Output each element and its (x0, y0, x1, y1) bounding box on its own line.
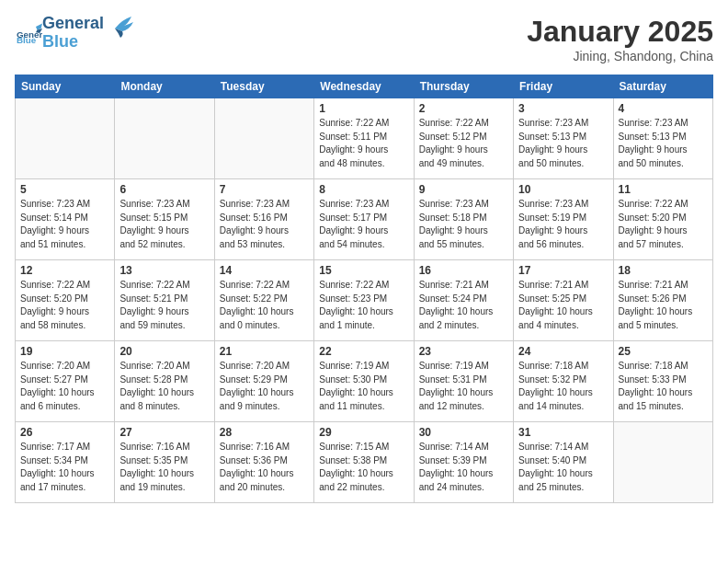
day-info: Sunrise: 7:17 AM Sunset: 5:34 PM Dayligh… (20, 441, 109, 494)
title-block: January 2025 Jining, Shandong, China (527, 15, 713, 63)
day-info: Sunrise: 7:22 AM Sunset: 5:22 PM Dayligh… (220, 279, 309, 332)
calendar-cell: 18Sunrise: 7:21 AM Sunset: 5:26 PM Dayli… (613, 260, 712, 341)
day-info: Sunrise: 7:22 AM Sunset: 5:20 PM Dayligh… (20, 279, 109, 332)
day-number: 20 (119, 345, 209, 358)
logo-icon: General Blue (17, 23, 42, 43)
calendar-cell: 20Sunrise: 7:20 AM Sunset: 5:28 PM Dayli… (115, 341, 214, 422)
logo: General Blue General Blue (15, 15, 133, 52)
day-info: Sunrise: 7:14 AM Sunset: 5:39 PM Dayligh… (419, 441, 508, 494)
calendar-cell: 24Sunrise: 7:18 AM Sunset: 5:32 PM Dayli… (514, 341, 613, 422)
day-number: 27 (119, 426, 209, 439)
calendar-week-2: 5Sunrise: 7:23 AM Sunset: 5:14 PM Daylig… (16, 179, 713, 260)
day-number: 30 (419, 426, 508, 439)
calendar-cell: 3Sunrise: 7:23 AM Sunset: 5:13 PM Daylig… (514, 98, 613, 179)
calendar-cell (613, 422, 712, 503)
weekday-header-monday: Monday (115, 75, 214, 98)
day-info: Sunrise: 7:18 AM Sunset: 5:33 PM Dayligh… (619, 360, 708, 413)
weekday-header-tuesday: Tuesday (214, 75, 313, 98)
day-number: 17 (518, 264, 608, 277)
calendar-cell (115, 98, 214, 179)
page-header: General Blue General Blue January 2025 J… (15, 15, 713, 63)
calendar-cell: 11Sunrise: 7:22 AM Sunset: 5:20 PM Dayli… (613, 179, 712, 260)
day-info: Sunrise: 7:23 AM Sunset: 5:16 PM Dayligh… (220, 198, 309, 251)
day-info: Sunrise: 7:16 AM Sunset: 5:35 PM Dayligh… (119, 441, 209, 494)
day-number: 4 (619, 102, 708, 115)
calendar-cell: 14Sunrise: 7:22 AM Sunset: 5:22 PM Dayli… (214, 260, 313, 341)
logo-blue: Blue (42, 33, 104, 52)
calendar-cell: 6Sunrise: 7:23 AM Sunset: 5:15 PM Daylig… (115, 179, 214, 260)
day-info: Sunrise: 7:22 AM Sunset: 5:11 PM Dayligh… (319, 117, 408, 170)
calendar-cell: 19Sunrise: 7:20 AM Sunset: 5:27 PM Dayli… (16, 341, 115, 422)
day-number: 24 (518, 345, 608, 358)
day-number: 13 (119, 264, 209, 277)
calendar-cell (16, 98, 115, 179)
day-number: 18 (619, 264, 708, 277)
day-number: 25 (619, 345, 708, 358)
calendar-cell: 25Sunrise: 7:18 AM Sunset: 5:33 PM Dayli… (613, 341, 712, 422)
day-info: Sunrise: 7:23 AM Sunset: 5:18 PM Dayligh… (419, 198, 508, 251)
day-info: Sunrise: 7:21 AM Sunset: 5:25 PM Dayligh… (518, 279, 608, 332)
day-number: 2 (419, 102, 508, 115)
day-info: Sunrise: 7:20 AM Sunset: 5:29 PM Dayligh… (220, 360, 309, 413)
day-info: Sunrise: 7:22 AM Sunset: 5:23 PM Dayligh… (319, 279, 408, 332)
day-info: Sunrise: 7:20 AM Sunset: 5:27 PM Dayligh… (20, 360, 109, 413)
day-number: 15 (319, 264, 408, 277)
calendar-week-5: 26Sunrise: 7:17 AM Sunset: 5:34 PM Dayli… (16, 422, 713, 503)
calendar-cell: 28Sunrise: 7:16 AM Sunset: 5:36 PM Dayli… (214, 422, 313, 503)
weekday-header-friday: Friday (514, 75, 613, 98)
calendar-cell: 29Sunrise: 7:15 AM Sunset: 5:38 PM Dayli… (314, 422, 414, 503)
day-number: 1 (319, 102, 408, 115)
day-info: Sunrise: 7:23 AM Sunset: 5:13 PM Dayligh… (518, 117, 608, 170)
svg-text:Blue: Blue (17, 34, 37, 43)
day-number: 10 (518, 183, 608, 196)
day-number: 21 (220, 345, 309, 358)
day-number: 22 (319, 345, 408, 358)
calendar-cell: 4Sunrise: 7:23 AM Sunset: 5:13 PM Daylig… (613, 98, 712, 179)
day-number: 9 (419, 183, 508, 196)
day-number: 29 (319, 426, 408, 439)
calendar-cell: 9Sunrise: 7:23 AM Sunset: 5:18 PM Daylig… (414, 179, 513, 260)
weekday-header-wednesday: Wednesday (314, 75, 414, 98)
day-info: Sunrise: 7:23 AM Sunset: 5:14 PM Dayligh… (20, 198, 109, 251)
calendar-cell: 21Sunrise: 7:20 AM Sunset: 5:29 PM Dayli… (214, 341, 313, 422)
day-info: Sunrise: 7:22 AM Sunset: 5:21 PM Dayligh… (119, 279, 209, 332)
weekday-header-row: SundayMondayTuesdayWednesdayThursdayFrid… (16, 75, 713, 98)
day-number: 16 (419, 264, 508, 277)
day-number: 12 (20, 264, 109, 277)
day-number: 6 (119, 183, 209, 196)
calendar-cell: 13Sunrise: 7:22 AM Sunset: 5:21 PM Dayli… (115, 260, 214, 341)
weekday-header-sunday: Sunday (16, 75, 115, 98)
day-number: 7 (220, 183, 309, 196)
day-number: 3 (518, 102, 608, 115)
day-info: Sunrise: 7:23 AM Sunset: 5:15 PM Dayligh… (119, 198, 209, 251)
day-number: 8 (319, 183, 408, 196)
calendar-cell (214, 98, 313, 179)
day-number: 31 (518, 426, 608, 439)
calendar-cell: 26Sunrise: 7:17 AM Sunset: 5:34 PM Dayli… (16, 422, 115, 503)
calendar-cell: 16Sunrise: 7:21 AM Sunset: 5:24 PM Dayli… (414, 260, 513, 341)
day-number: 28 (220, 426, 309, 439)
calendar-cell: 23Sunrise: 7:19 AM Sunset: 5:31 PM Dayli… (414, 341, 513, 422)
calendar-cell: 17Sunrise: 7:21 AM Sunset: 5:25 PM Dayli… (514, 260, 613, 341)
day-number: 11 (619, 183, 708, 196)
calendar-week-1: 1Sunrise: 7:22 AM Sunset: 5:11 PM Daylig… (16, 98, 713, 179)
day-info: Sunrise: 7:23 AM Sunset: 5:19 PM Dayligh… (518, 198, 608, 251)
calendar-cell: 27Sunrise: 7:16 AM Sunset: 5:35 PM Dayli… (115, 422, 214, 503)
calendar-cell: 15Sunrise: 7:22 AM Sunset: 5:23 PM Dayli… (314, 260, 414, 341)
day-info: Sunrise: 7:16 AM Sunset: 5:36 PM Dayligh… (220, 441, 309, 494)
day-info: Sunrise: 7:20 AM Sunset: 5:28 PM Dayligh… (119, 360, 209, 413)
calendar-table: SundayMondayTuesdayWednesdayThursdayFrid… (15, 75, 713, 503)
day-info: Sunrise: 7:23 AM Sunset: 5:17 PM Dayligh… (319, 198, 408, 251)
day-number: 14 (220, 264, 309, 277)
calendar-cell: 12Sunrise: 7:22 AM Sunset: 5:20 PM Dayli… (16, 260, 115, 341)
calendar-cell: 10Sunrise: 7:23 AM Sunset: 5:19 PM Dayli… (514, 179, 613, 260)
calendar-cell: 5Sunrise: 7:23 AM Sunset: 5:14 PM Daylig… (16, 179, 115, 260)
calendar-cell: 30Sunrise: 7:14 AM Sunset: 5:39 PM Dayli… (414, 422, 513, 503)
day-number: 19 (20, 345, 109, 358)
day-info: Sunrise: 7:22 AM Sunset: 5:12 PM Dayligh… (419, 117, 508, 170)
weekday-header-saturday: Saturday (613, 75, 712, 98)
day-info: Sunrise: 7:18 AM Sunset: 5:32 PM Dayligh… (518, 360, 608, 413)
weekday-header-thursday: Thursday (414, 75, 513, 98)
day-info: Sunrise: 7:15 AM Sunset: 5:38 PM Dayligh… (319, 441, 408, 494)
calendar-cell: 7Sunrise: 7:23 AM Sunset: 5:16 PM Daylig… (214, 179, 313, 260)
